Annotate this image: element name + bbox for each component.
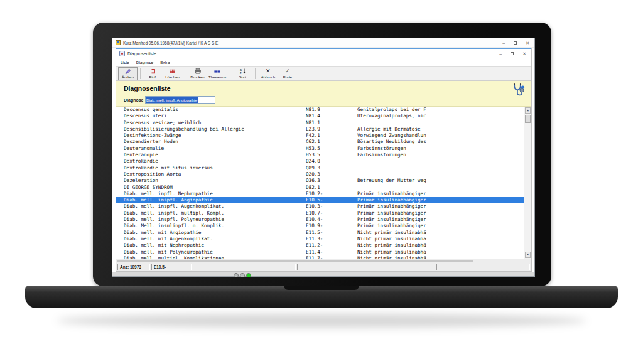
icd-code: E11.5- [306,230,323,236]
edit-pencil-icon [124,68,131,75]
diagnosis-name: Deuteranopie [124,152,158,158]
toolbar-button-löschen[interactable]: Löschen [163,67,182,80]
diagnose-field-label: Diagnose [124,98,144,102]
icd-code: E11.3- [306,236,323,242]
status-selected-code: E10.5- [151,264,192,270]
maximize-icon[interactable] [511,52,514,55]
icd-code: E10.3- [306,203,323,210]
icd-code: E10.5- [306,197,323,203]
diagnose-input[interactable]: Diab. mell. inspfl. Angiopathie [145,96,215,104]
toolbar-button-abbruch[interactable]: ✕Abbruch [258,67,278,80]
icd-code: Q89.3 [306,165,320,171]
icd-code: Q20.3 [306,171,320,178]
icd-description: Uterovaginalprolaps, nic [357,113,426,119]
table-row[interactable]: Diab. mell. inpfl. NephropathieE10.2-Pri… [116,191,524,197]
horizontal-scroll-thumb[interactable] [117,260,473,262]
toolbar-button-ende[interactable]: ✓Ende [278,67,297,80]
icd-description: Vorwiegend Zwangshandlun [357,132,426,139]
close-icon[interactable]: ✕ [526,41,529,45]
table-row[interactable]: Diab. Mell. insulinpfl. o. Komplik.E10.9… [116,223,524,229]
table-row[interactable]: Diab. mell. inspfl. PolyneuropathieE10.4… [116,217,524,223]
toolbar-button-thesaurus[interactable]: Thesaurus [207,67,227,80]
toolbar-button-einf[interactable]: Einf. [143,67,163,80]
toolbar-button-ändern[interactable]: Ändern [118,67,138,80]
table-row[interactable]: Descensus vesicae; weiblichN81.1 [116,120,524,126]
icd-code: E10.2- [306,191,323,197]
table-row[interactable]: Diab. mell. inspfl. Augenkomplikat.E10.3… [116,203,524,210]
diagnosis-name: Dextroposition Aorta [124,171,181,178]
maximize-icon[interactable] [514,41,517,45]
table-row[interactable]: DezelerationO36.3Betreuung der Mutter we… [116,178,524,184]
table-row[interactable]: Diab. mell. mit PolyneuropathieE11.4-Nic… [116,249,524,255]
diagnose-input-selected-text: Diab. mell. inspfl. Angiopathie [146,97,198,103]
table-row[interactable]: DI GEORGE SYNDROMD82.1 [116,185,524,191]
app-icon [116,40,121,45]
diagnosis-name: Diab. mell. mit Polyneuropathie [124,249,213,255]
delete-grid-icon [169,68,176,75]
icd-description: Allergie mit Dermatose [357,126,421,132]
status-light-gray-1-icon [234,273,239,277]
minimize-icon[interactable]: – [499,51,502,56]
icd-code: H53.5 [306,146,320,152]
vertical-scrollbar[interactable]: ▲ ▼ [524,107,531,259]
table-row-selected[interactable]: Diab. mell. inspfl. AngiopathieE10.5-Pri… [116,197,524,203]
diagnosis-name: Desensibilisierungsbehandlung bei Allerg… [124,126,244,132]
table-row[interactable]: Desensibilisierungsbehandlung bei Allerg… [116,126,524,132]
icd-description: Primär insulinabhängiger [357,203,426,210]
icd-description: Nicht primär insulinabhä [357,242,426,249]
table-row[interactable]: Descensus genitalisN81.9Genitalprolaps b… [116,107,524,113]
menu-diagnose[interactable]: Diagnose [136,60,153,65]
table-row[interactable]: DeuteranomalieH53.5Farbsinnstörungen [116,146,524,152]
status-light-green-icon [246,273,251,277]
minimize-icon[interactable]: – [502,41,505,45]
close-icon[interactable]: ✕ [522,51,526,56]
table-row[interactable]: Desinfektions-ZwängeF42.1Vorwiegend Zwan… [116,132,524,139]
menu-extra[interactable]: Extra [160,60,170,65]
vertical-scroll-thumb[interactable] [525,115,531,123]
icd-description: Nicht primär insulinabhä [357,249,426,255]
table-row[interactable]: Diab. mell. mit Augenkomplikat.E11.3-Nic… [116,236,524,242]
icd-code: O36.3 [306,178,320,184]
toolbar-button-label: Ende [283,75,292,79]
toolbar-separator [255,68,256,79]
icd-description: Farbsinnstörungen [357,152,406,158]
icd-description: Farbsinnstörungen [357,146,406,152]
table-row[interactable]: DeuteranopieH53.5Farbsinnstörungen [116,152,524,158]
printer-icon [194,68,202,75]
cancel-x-icon: ✕ [266,68,271,75]
icd-description: Primär insulinabhängiger [357,197,426,203]
toolbar-button-sort[interactable]: azSort. [233,67,252,80]
table-row[interactable]: Dextroposition AortaQ20.3 [116,171,524,178]
toolbar-button-label: Löschen [165,75,180,79]
laptop-shadow [57,314,586,328]
diagnosis-name: Descensus genitalis [124,107,178,113]
icd-description: Primär insulinabhängiger [357,210,426,217]
table-row[interactable]: Diab. mell. inspfl. multipl. Kompl.E10.7… [116,210,524,217]
insert-icon [149,68,156,75]
table-row[interactable]: Diab. mell. mit AngiopathieE11.5-Nicht p… [116,230,524,236]
toolbar-button-label: Einf. [149,75,156,79]
scroll-down-icon[interactable]: ▼ [525,252,531,258]
diagnosis-name: Descensus vesicae; weiblich [124,120,201,126]
diagnosis-name: Dextrokardie mit Situs inversus [124,165,213,171]
menu-liste[interactable]: Liste [121,60,129,65]
table-row[interactable]: Dextrokardie mit Situs inversusQ89.3 [116,165,524,171]
inner-titlebar[interactable]: Diagnosenliste – ✕ [116,49,531,58]
table-row[interactable]: Diab. mell. mit NephropathieE11.2-Nicht … [116,242,524,249]
outer-window-title: Kurz,Manfred 05.06.1968(47J/1M) Kartei /… [123,41,218,45]
outer-titlebar[interactable]: Kurz,Manfred 05.06.1968(47J/1M) Kartei /… [112,38,534,48]
table-row[interactable]: DextrokardieQ24.0 [116,158,524,164]
horizontal-scrollbar[interactable] [116,259,531,263]
toolbar-separator [230,68,230,79]
icd-description: Nicht primär insulinabhä [357,230,426,236]
sort-az-icon: az [239,68,246,75]
table-row[interactable]: Deszendierter HodenC62.1Bösartige Neubil… [116,139,524,145]
inner-window-controls: – ✕ [499,51,528,56]
toolbar-button-drucken[interactable]: Drucken [188,67,207,80]
scroll-up-icon[interactable]: ▲ [525,107,531,114]
icd-description: Primär insulinabhängiger [357,223,426,229]
table-row[interactable]: Descensus uteriN81.4Uterovaginalprolaps,… [116,113,524,119]
outer-window-controls: – ✕ [502,41,531,45]
diagnosis-name: Diab. Mell. insulinpfl. o. Komplik. [124,223,224,229]
patient-record-window: Kurz,Manfred 05.06.1968(47J/1M) Kartei /… [112,38,535,277]
